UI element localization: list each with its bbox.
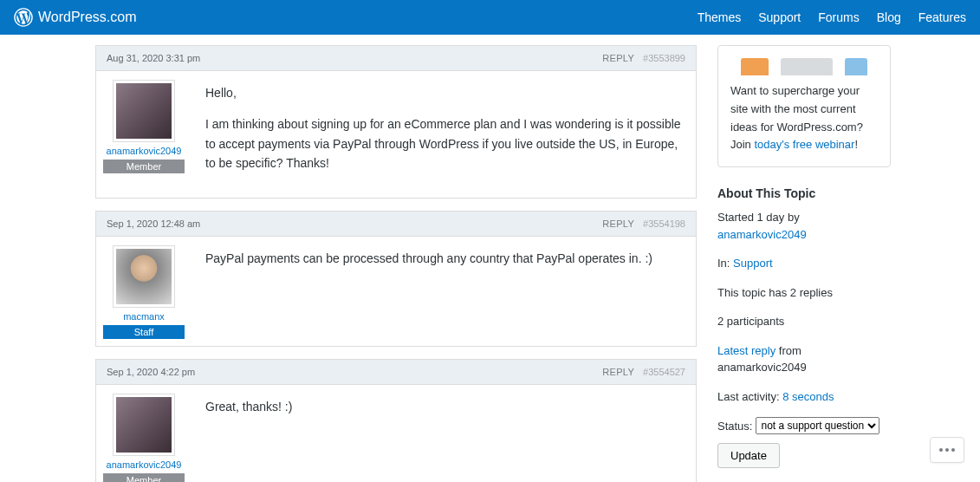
post-body: macmanx Staff PayPal payments can be pro…	[95, 237, 697, 347]
in-line: In: Support	[717, 255, 891, 272]
about-heading: About This Topic	[717, 186, 891, 200]
post-meta: Sep 1, 2020 4:22 pm REPLY #3554527	[95, 359, 697, 385]
post-body: anamarkovic2049 Member Great, thanks! :)	[95, 385, 697, 482]
nav-forums[interactable]: Forums	[818, 10, 859, 24]
post-date: Sep 1, 2020 12:48 am	[107, 218, 200, 229]
post-content: Hello, I am thinking about signing up fo…	[191, 71, 696, 198]
post-content: PayPal payments can be processed through…	[191, 237, 666, 346]
nav-themes[interactable]: Themes	[698, 10, 742, 24]
started-line: Started 1 day by anamarkovic2049	[717, 209, 891, 243]
nav-features[interactable]: Features	[918, 10, 966, 24]
latest-reply-line: Latest reply from anamarkovic2049	[717, 342, 891, 376]
reply-button[interactable]: REPLY	[602, 53, 634, 63]
last-activity-line: Last activity: 8 seconds	[717, 388, 891, 406]
author-badge: Member	[103, 473, 185, 482]
avatar[interactable]	[113, 394, 175, 456]
post-content: Great, thanks! :)	[191, 385, 306, 482]
dots-icon	[939, 448, 943, 452]
brand-text: WordPress.com	[38, 10, 137, 25]
nav-blog[interactable]: Blog	[877, 10, 901, 24]
author-column: anamarkovic2049 Member	[96, 71, 191, 198]
post-paragraph: Great, thanks! :)	[205, 397, 292, 416]
posts-list: Aug 31, 2020 3:31 pm REPLY #3553899 anam…	[95, 45, 697, 482]
site-header: WordPress.com Themes Support Forums Blog…	[0, 0, 980, 35]
more-options-button[interactable]	[930, 437, 964, 463]
author-badge: Member	[103, 160, 185, 173]
in-forum-link[interactable]: Support	[733, 257, 773, 270]
post-paragraph: PayPal payments can be processed through…	[205, 249, 652, 268]
last-activity-link[interactable]: 8 seconds	[782, 390, 834, 403]
author-link[interactable]: anamarkovic2049	[103, 459, 185, 470]
replies-count: This topic has 2 replies	[717, 284, 891, 302]
post-id[interactable]: #3553899	[643, 53, 685, 63]
brand-logo[interactable]: WordPress.com	[14, 8, 137, 27]
author-column: anamarkovic2049 Member	[96, 385, 191, 482]
sidebar: Want to supercharge your site with the m…	[717, 45, 891, 482]
latest-reply-link[interactable]: Latest reply	[717, 344, 776, 357]
author-badge: Staff	[103, 325, 185, 339]
started-author-link[interactable]: anamarkovic2049	[717, 228, 807, 241]
status-row: Status: not a support question	[717, 417, 891, 434]
post-date: Aug 31, 2020 3:31 pm	[107, 53, 200, 63]
promo-box: Want to supercharge your site with the m…	[717, 45, 891, 167]
avatar[interactable]	[113, 245, 175, 308]
promo-illustration	[730, 58, 878, 75]
participants-count: 2 participants	[717, 313, 891, 330]
reply-button[interactable]: REPLY	[602, 367, 634, 377]
post-id[interactable]: #3554198	[643, 218, 685, 229]
promo-text: Want to supercharge your site with the m…	[730, 82, 878, 154]
post-paragraph: I am thinking about signing up for an eC…	[205, 114, 682, 173]
webinar-link[interactable]: today's free webinar	[754, 138, 854, 151]
wordpress-icon	[14, 8, 33, 27]
reply-button[interactable]: REPLY	[602, 218, 634, 229]
top-nav: Themes Support Forums Blog Features	[698, 10, 966, 24]
post-paragraph: Hello,	[205, 83, 682, 102]
post-meta: Sep 1, 2020 12:48 am REPLY #3554198	[95, 211, 697, 237]
post-id[interactable]: #3554527	[643, 367, 685, 377]
post-date: Sep 1, 2020 4:22 pm	[107, 367, 195, 377]
status-select[interactable]: not a support question	[756, 417, 879, 434]
author-link[interactable]: macmanx	[103, 311, 185, 322]
nav-support[interactable]: Support	[758, 10, 801, 24]
post-body: anamarkovic2049 Member Hello, I am think…	[95, 71, 697, 199]
avatar[interactable]	[113, 80, 175, 142]
author-link[interactable]: anamarkovic2049	[103, 146, 185, 156]
author-column: macmanx Staff	[96, 237, 191, 346]
status-label: Status:	[717, 420, 752, 433]
post-meta: Aug 31, 2020 3:31 pm REPLY #3553899	[95, 45, 697, 71]
update-button[interactable]: Update	[717, 443, 780, 468]
